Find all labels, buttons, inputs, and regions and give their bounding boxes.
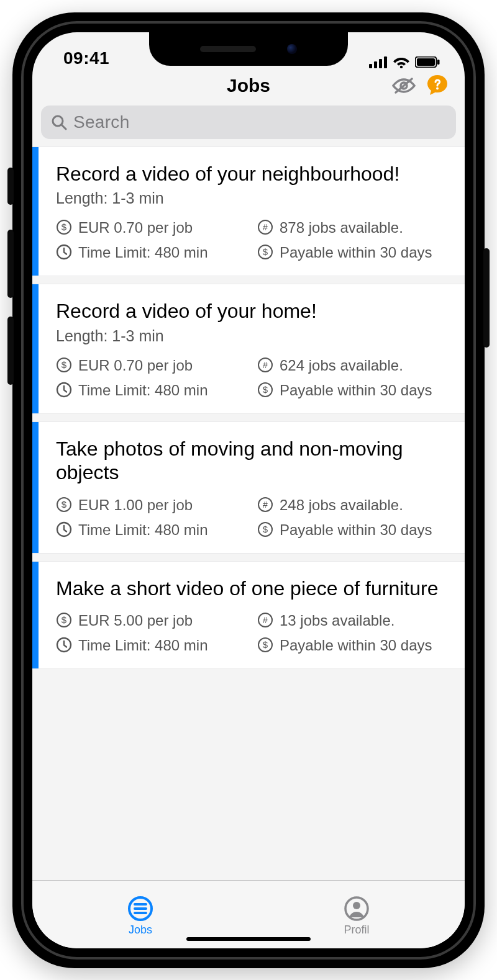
phone-frame: 09:41 Jobs [12, 12, 485, 968]
home-indicator[interactable] [186, 937, 311, 941]
help-button[interactable] [425, 73, 450, 98]
job-title: Record a video of your neighbourhood! [56, 162, 452, 186]
clock-icon [56, 382, 72, 398]
job-count: #248 jobs available. [257, 496, 452, 515]
svg-text:#: # [263, 615, 268, 625]
svg-rect-6 [417, 58, 435, 66]
help-speech-icon [426, 74, 449, 97]
svg-text:$: $ [263, 384, 268, 395]
svg-rect-2 [379, 59, 382, 68]
svg-line-12 [62, 125, 66, 129]
speaker [200, 46, 256, 52]
front-camera [287, 44, 297, 54]
job-price: $EUR 1.00 per job [56, 496, 251, 515]
job-card[interactable]: Record a video of your home! Length: 1-3… [32, 284, 465, 413]
dollar-circle-icon: $ [56, 612, 72, 628]
dollar-circle-icon: $ [56, 219, 72, 235]
mute-switch [7, 168, 14, 205]
job-title: Take photos of moving and non-moving obj… [56, 437, 452, 485]
svg-text:#: # [263, 500, 268, 510]
job-price: $EUR 0.70 per job [56, 218, 251, 237]
job-price: $EUR 5.00 per job [56, 611, 251, 630]
job-price: $EUR 0.70 per job [56, 356, 251, 375]
notch [149, 32, 348, 66]
volume-up-button [7, 230, 14, 298]
job-subtitle: Length: 1-3 min [56, 327, 452, 345]
svg-point-4 [400, 66, 403, 68]
svg-text:$: $ [263, 246, 268, 257]
dollar-circle-icon: $ [257, 382, 273, 398]
search-input[interactable]: Search [41, 106, 456, 139]
job-card[interactable]: Make a short video of one piece of furni… [32, 561, 465, 669]
job-subtitle: Length: 1-3 min [56, 189, 452, 207]
hash-circle-icon: # [257, 497, 273, 513]
svg-point-46 [353, 902, 360, 909]
power-button [483, 248, 490, 348]
svg-text:$: $ [263, 524, 268, 534]
app-header: Jobs [32, 70, 465, 102]
profile-circle-icon [343, 895, 370, 922]
svg-text:$: $ [263, 639, 268, 650]
job-timelimit: Time Limit: 480 min [56, 243, 251, 262]
job-list[interactable]: Record a video of your neighbourhood! Le… [32, 146, 465, 880]
job-payable: $Payable within 30 days [257, 243, 452, 262]
dollar-circle-icon: $ [257, 637, 273, 653]
hash-circle-icon: # [257, 612, 273, 628]
search-icon [51, 114, 67, 130]
svg-rect-7 [437, 60, 440, 65]
job-title: Make a short video of one piece of furni… [56, 577, 452, 600]
cellular-signal-icon [369, 56, 388, 68]
card-accent-bar [32, 284, 39, 413]
svg-text:#: # [263, 360, 268, 370]
job-timelimit: Time Limit: 480 min [56, 636, 251, 655]
svg-rect-1 [374, 61, 377, 68]
battery-icon [415, 56, 440, 68]
wifi-icon [393, 56, 410, 68]
job-payable: $Payable within 30 days [257, 381, 452, 400]
dollar-circle-icon: $ [257, 521, 273, 537]
job-card[interactable]: Record a video of your neighbourhood! Le… [32, 146, 465, 276]
job-card[interactable]: Take photos of moving and non-moving obj… [32, 421, 465, 554]
status-time: 09:41 [63, 48, 109, 68]
svg-text:$: $ [62, 614, 67, 625]
dollar-circle-icon: $ [257, 244, 273, 260]
dollar-circle-icon: $ [56, 497, 72, 513]
screen: 09:41 Jobs [32, 32, 465, 948]
hash-circle-icon: # [257, 357, 273, 373]
job-payable: $Payable within 30 days [257, 521, 452, 539]
clock-icon [56, 521, 72, 537]
job-count: #878 jobs available. [257, 218, 452, 237]
job-timelimit: Time Limit: 480 min [56, 521, 251, 539]
card-accent-bar [32, 147, 39, 276]
svg-rect-0 [369, 64, 372, 68]
eye-slash-icon [391, 76, 416, 95]
card-accent-bar [32, 422, 39, 553]
job-count: #624 jobs available. [257, 356, 452, 375]
card-accent-bar [32, 562, 39, 668]
tab-jobs-label: Jobs [129, 924, 152, 937]
list-circle-icon [127, 895, 154, 922]
svg-text:$: $ [62, 499, 67, 510]
svg-text:$: $ [62, 222, 67, 232]
volume-down-button [7, 317, 14, 385]
svg-point-10 [436, 88, 439, 90]
job-title: Record a video of your home! [56, 299, 452, 323]
tab-profile-label: Profil [344, 924, 369, 937]
visibility-toggle-button[interactable] [391, 73, 416, 98]
search-placeholder: Search [73, 112, 130, 132]
page-title: Jobs [227, 75, 270, 96]
svg-text:$: $ [62, 359, 67, 370]
job-count: #13 jobs available. [257, 611, 452, 630]
clock-icon [56, 244, 72, 260]
job-payable: $Payable within 30 days [257, 636, 452, 655]
search-wrap: Search [32, 102, 465, 146]
dollar-circle-icon: $ [56, 357, 72, 373]
svg-text:#: # [263, 222, 268, 232]
hash-circle-icon: # [257, 219, 273, 235]
clock-icon [56, 637, 72, 653]
job-timelimit: Time Limit: 480 min [56, 381, 251, 400]
svg-rect-3 [384, 56, 387, 68]
